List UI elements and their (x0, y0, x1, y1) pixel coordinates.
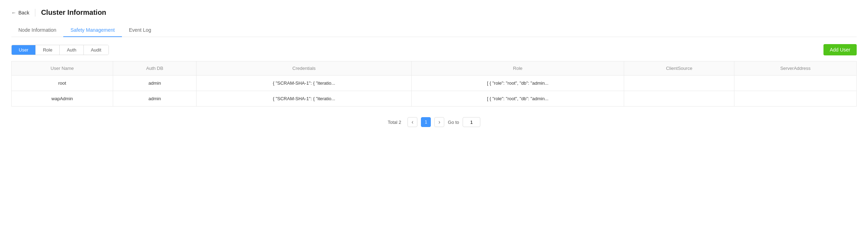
page-title: Cluster Information (41, 8, 106, 17)
sub-tab-row: User Role Auth Audit Add User (11, 44, 857, 55)
sub-tab-user[interactable]: User (12, 45, 36, 55)
add-user-button[interactable]: Add User (823, 44, 857, 55)
back-label: Back (18, 10, 29, 16)
col-clientsource: ClientSource (624, 61, 734, 76)
table-row: wapAdmin admin { "SCRAM-SHA-1": { "itera… (12, 91, 857, 107)
table-row: root admin { "SCRAM-SHA-1": { "iteratio.… (12, 76, 857, 91)
total-count: 2 (399, 120, 401, 125)
pagination-prev-button[interactable] (407, 117, 417, 127)
goto-label: Go to (448, 120, 459, 125)
sub-tab-auth[interactable]: Auth (60, 45, 84, 55)
cell-role-wapadmin: [ { "role": "root", "db": "admin... (411, 91, 624, 107)
cell-username-wapadmin: wapAdmin (12, 91, 113, 107)
table-header: User Name Auth DB Credentials Role Clien… (12, 61, 857, 76)
sub-tab-role[interactable]: Role (36, 45, 60, 55)
users-table: User Name Auth DB Credentials Role Clien… (11, 61, 857, 107)
cell-username-root: root (12, 76, 113, 91)
sub-tabs: User Role Auth Audit (11, 45, 109, 55)
cell-authdb-wapadmin: admin (113, 91, 197, 107)
cell-credentials-wapadmin: { "SCRAM-SHA-1": { "iteratio... (197, 91, 411, 107)
pagination-bar: Total 2 1 Go to (11, 114, 857, 131)
cell-serveraddress-root (734, 76, 857, 91)
col-username: User Name (12, 61, 113, 76)
cell-serveraddress-wapadmin (734, 91, 857, 107)
header-bar: Back Cluster Information (11, 8, 857, 17)
pagination-total: Total 2 (388, 120, 401, 125)
cell-clientsource-root (624, 76, 734, 91)
pagination-next-button[interactable] (434, 117, 444, 127)
cell-credentials-root: { "SCRAM-SHA-1": { "iteratio... (197, 76, 411, 91)
tab-node-information[interactable]: Node Information (11, 24, 63, 37)
chevron-right-icon (439, 119, 440, 125)
main-tabs: Node Information Safety Management Event… (11, 24, 857, 37)
sub-tab-audit[interactable]: Audit (84, 45, 108, 55)
cell-role-root: [ { "role": "root", "db": "admin... (411, 76, 624, 91)
table-header-row: User Name Auth DB Credentials Role Clien… (12, 61, 857, 76)
col-role: Role (411, 61, 624, 76)
back-arrow-icon (11, 10, 16, 16)
tab-safety-management[interactable]: Safety Management (63, 24, 122, 37)
table-body: root admin { "SCRAM-SHA-1": { "iteratio.… (12, 76, 857, 107)
pagination-page-1-button[interactable]: 1 (421, 117, 431, 127)
goto-input[interactable] (463, 117, 480, 127)
cell-authdb-root: admin (113, 76, 197, 91)
page-container: Back Cluster Information Node Informatio… (0, 0, 868, 247)
header-divider (35, 9, 35, 17)
col-credentials: Credentials (197, 61, 411, 76)
chevron-left-icon (412, 119, 414, 125)
total-label: Total (388, 120, 397, 125)
col-authdb: Auth DB (113, 61, 197, 76)
cell-clientsource-wapadmin (624, 91, 734, 107)
back-button[interactable]: Back (11, 10, 29, 16)
col-serveraddress: ServerAddress (734, 61, 857, 76)
tab-event-log[interactable]: Event Log (122, 24, 158, 37)
